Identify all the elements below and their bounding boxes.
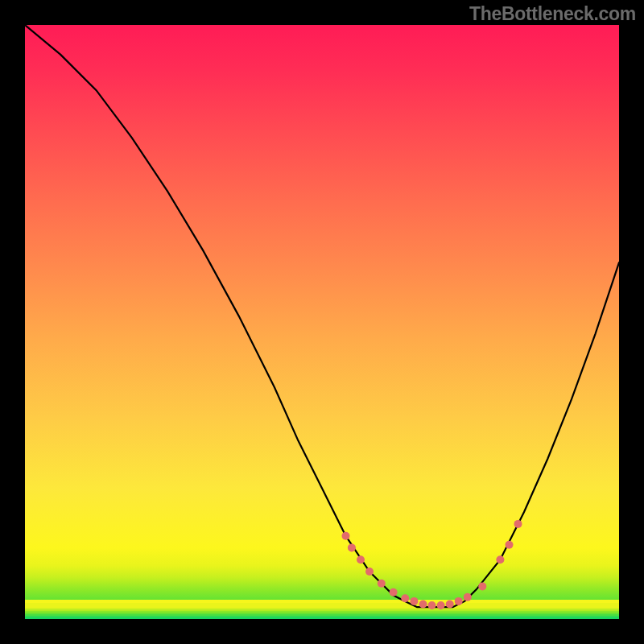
highlight-dot — [378, 580, 386, 588]
bottleneck-curve — [25, 25, 619, 607]
highlight-dot — [514, 520, 522, 528]
plot-area — [25, 25, 619, 619]
highlight-dot — [496, 555, 504, 564]
highlight-dot — [437, 601, 445, 609]
highlight-dot — [401, 594, 409, 602]
highlight-dot — [390, 588, 398, 597]
highlight-dot — [506, 541, 514, 549]
highlight-dot — [428, 601, 436, 609]
highlight-dot — [357, 555, 365, 564]
highlight-dot — [365, 568, 374, 576]
highlight-dot — [478, 582, 486, 590]
highlight-dots — [342, 520, 522, 609]
highlight-dot — [342, 532, 350, 540]
curve-layer — [25, 25, 619, 619]
highlight-dot — [348, 543, 356, 551]
highlight-dot — [455, 597, 463, 605]
highlight-dot — [446, 601, 454, 609]
highlight-dot — [419, 601, 427, 609]
watermark-text: TheBottleneck.com — [469, 3, 636, 25]
highlight-dot — [464, 593, 472, 601]
chart-frame: TheBottleneck.com — [0, 0, 644, 644]
highlight-dot — [410, 597, 418, 605]
